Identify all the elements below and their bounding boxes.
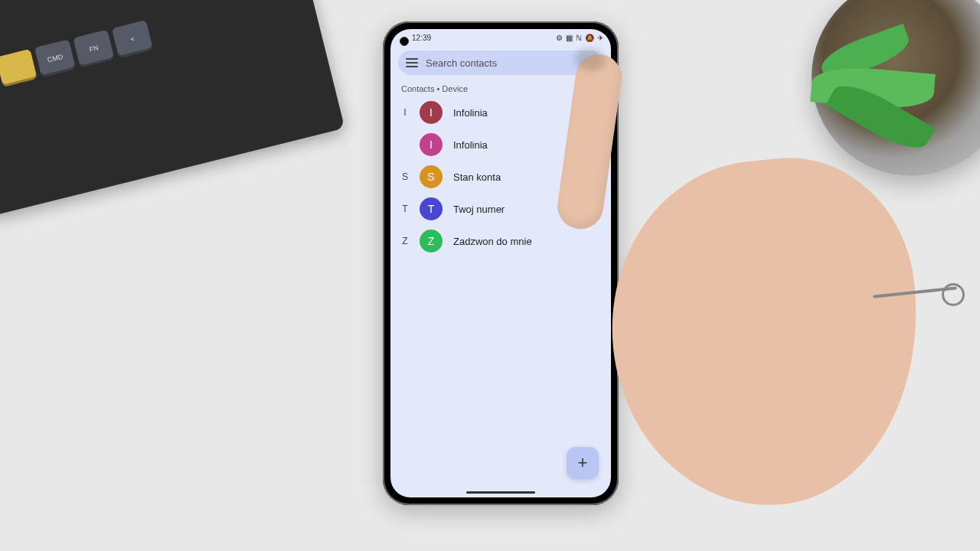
contact-name: Stan konta [453,171,501,183]
airplane-icon: ✈ [597,34,603,42]
section-index-letter: I [401,107,409,118]
gesture-bar[interactable] [466,491,535,494]
contact-avatar: Z [420,230,443,253]
contact-row[interactable]: T T Twoj numer [390,193,611,225]
section-index-letter: Z [401,236,409,246]
mute-icon: 🔕 [585,34,594,42]
contact-row[interactable]: I I Infolinia [390,96,611,129]
keyboard-key-left: < [112,20,153,58]
contact-name: Twoj numer [453,204,505,215]
contact-row[interactable]: S S Stan konta [390,161,611,193]
app-icon: ▦ [566,34,573,42]
sim-eject-tool-ring [942,283,965,306]
settings-icon: ⚙ [556,34,563,42]
section-label: Contacts • Device [390,80,611,96]
contact-avatar: T [420,197,443,220]
contact-avatar: I [420,101,443,124]
more-options-icon[interactable] [590,58,596,68]
contacts-list[interactable]: I I Infolinia I Infolinia S S Stan konta… [390,96,611,497]
contact-avatar: S [420,165,443,188]
contact-name: Infolinia [453,107,488,119]
section-index-letter: S [401,171,409,182]
status-time: 12:39 [412,34,431,42]
contact-name: Infolinia [453,139,488,151]
status-bar: 12:39 ⚙ ▦ ℕ 🔕 ✈ [390,29,611,46]
section-index-letter: T [401,204,409,214]
contact-row[interactable]: I Infolinia [390,129,611,161]
external-keyboard: CMD FN < [0,0,345,217]
phone-screen: 12:39 ⚙ ▦ ℕ 🔕 ✈ Search contacts Contacts… [390,29,611,497]
nfc-icon: ℕ [576,34,582,42]
keyboard-key [0,49,38,87]
search-bar[interactable]: Search contacts [398,51,603,75]
add-contact-button[interactable]: + [567,447,599,479]
keyboard-key-fn: FN [73,30,114,68]
contact-row[interactable]: Z Z Zadzwon do mnie [390,225,611,257]
front-camera [400,37,409,46]
contact-name: Zadzwon do mnie [453,236,532,247]
plus-icon: + [578,453,588,473]
plant-pot [812,0,980,176]
search-input[interactable]: Search contacts [426,57,583,69]
menu-icon[interactable] [406,58,418,67]
contact-avatar: I [420,133,443,156]
keyboard-key-cmd: CMD [34,39,76,77]
phone-device: 12:39 ⚙ ▦ ℕ 🔕 ✈ Search contacts Contacts… [383,21,619,505]
